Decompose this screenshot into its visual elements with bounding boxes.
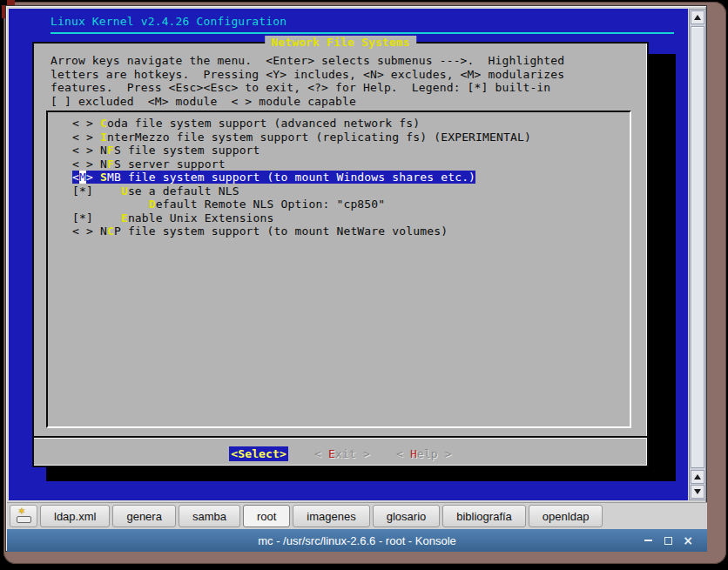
tab-ldap.xml[interactable]: ldap.xml — [40, 505, 110, 527]
menu-item[interactable]: < > NCP file system support (to mount Ne… — [72, 225, 448, 238]
scrollbar[interactable] — [689, 9, 706, 500]
tab-imagenes[interactable]: imagenes — [293, 505, 369, 527]
konsole-window: Linux Kernel v2.4.26 Configuration Netwo… — [5, 5, 707, 552]
close-icon: × — [683, 534, 693, 547]
menu-item[interactable]: < > InterMezzo file system support (repl… — [72, 131, 531, 144]
menu-item[interactable]: [*] Enable Unix Extensions — [72, 211, 274, 225]
tab-bibliografía[interactable]: bibliografía — [442, 505, 526, 527]
dialog-title: Network File Systems — [265, 36, 416, 49]
down-arrow-icon — [694, 489, 701, 494]
scroll-up-button-bottom[interactable] — [691, 470, 704, 484]
scroll-up-button[interactable] — [691, 10, 704, 24]
scrollbar-thumb[interactable] — [691, 26, 704, 468]
menu-item-selected[interactable]: <M> SMB file system support (to mount Wi… — [72, 171, 475, 184]
menuconfig-dialog: Network File Systems Arrow keys navigate… — [32, 42, 649, 467]
session-tabbar: ✶ ldap.xmlgenerasambarootimagenesglosari… — [7, 502, 707, 529]
minimize-button[interactable] — [643, 535, 653, 546]
tab-genera[interactable]: genera — [112, 505, 175, 527]
maximize-button[interactable] — [663, 535, 673, 546]
close-button[interactable]: × — [683, 535, 693, 546]
exit-button[interactable]: < Exit > — [314, 447, 370, 460]
minimize-icon — [644, 540, 652, 541]
maximize-icon — [664, 537, 672, 545]
dialog-instructions: Arrow keys navigate the menu. <Enter> se… — [51, 54, 564, 108]
tab-openldap[interactable]: openldap — [529, 505, 603, 527]
up-arrow-icon — [694, 474, 701, 479]
new-session-button[interactable]: ✶ — [10, 505, 37, 527]
dialog-button-row: <Select>< Exit >< Help > — [34, 442, 647, 465]
menu-item[interactable]: Default Remote NLS Option: "cp850" — [72, 198, 385, 211]
desktop: { "colors": { "term_blue": "#1b1cb8", "c… — [0, 0, 728, 570]
tab-root[interactable]: root — [243, 505, 290, 527]
menu-item[interactable]: [*] Use a default NLS — [72, 184, 239, 198]
menu-list[interactable]: < > Coda file system support (advanced n… — [46, 111, 631, 428]
new-session-star-icon: ✶ — [18, 504, 25, 517]
select-button[interactable]: <Select> — [229, 446, 288, 461]
help-button[interactable]: < Help > — [396, 447, 452, 460]
menuconfig-app-title: Linux Kernel v2.4.26 Configuration — [51, 15, 286, 28]
menu-item[interactable]: < > Coda file system support (advanced n… — [72, 117, 420, 130]
tab-glosario[interactable]: glosario — [373, 505, 441, 527]
window-titlebar[interactable]: mc - /usr/src/linux-2.6.6 - root - Konso… — [7, 529, 707, 552]
console-icon — [17, 516, 31, 523]
menuconfig-title-rule — [51, 32, 674, 34]
window-title: mc - /usr/src/linux-2.6.6 - root - Konso… — [258, 534, 456, 547]
menu-item[interactable]: < > NFS file system support — [72, 144, 260, 157]
menu-item[interactable]: < > NFS server support — [72, 158, 226, 171]
terminal-screen[interactable]: Linux Kernel v2.4.26 Configuration Netwo… — [9, 9, 688, 500]
up-arrow-icon — [694, 15, 701, 20]
window-controls: × — [643, 529, 693, 552]
scroll-down-button[interactable] — [691, 485, 704, 499]
tab-samba[interactable]: samba — [179, 505, 240, 527]
button-separator — [34, 436, 647, 439]
